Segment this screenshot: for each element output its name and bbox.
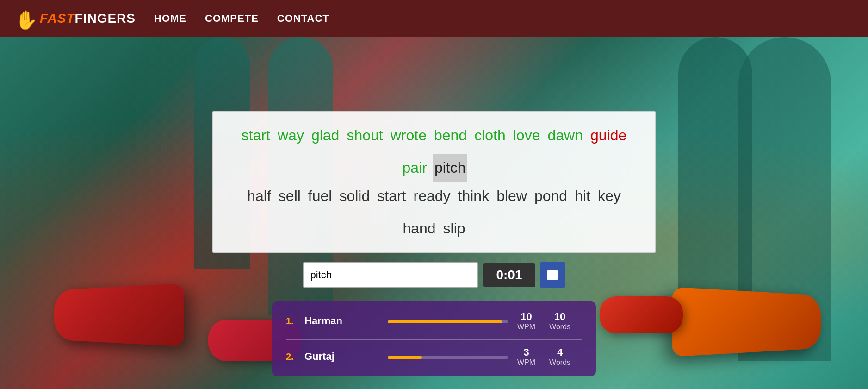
word-half: half [245, 182, 273, 211]
leaderboard: 1. Harman 10 WPM 10 Words 2. Gurtaj [272, 301, 596, 376]
stat-wpm-1: 3 WPM [517, 346, 535, 367]
player-bar-container-1 [388, 354, 508, 359]
word-hit: hit [573, 182, 592, 211]
stat-wpm-label-1: WPM [517, 358, 535, 367]
stat-words-1: 4 Words [549, 346, 570, 367]
word-ready: ready [412, 182, 453, 211]
word-solid: solid [337, 182, 372, 211]
stop-button[interactable] [540, 262, 565, 288]
word-fuel: fuel [306, 182, 334, 211]
player-rank-1: 2. [286, 351, 304, 362]
navbar: ✋ FASTFINGERS HOME COMPETE CONTACT [0, 0, 868, 37]
nav-links: HOME COMPETE CONTACT [154, 13, 329, 25]
svg-text:✋: ✋ [15, 9, 37, 30]
logo-fast: FAST [40, 11, 75, 25]
word-row-1: startwaygladshoutwrotebendclothlovedawng… [231, 121, 637, 182]
player-bar-container-0 [388, 319, 508, 323]
word-way: way [276, 121, 306, 150]
stop-icon [547, 270, 558, 280]
stat-wpm-value-1: 3 [517, 346, 535, 358]
player-bar-bg-0 [388, 320, 508, 323]
nav-home[interactable]: HOME [154, 13, 186, 25]
word-display: startwaygladshoutwrotebendclothlovedawng… [212, 111, 656, 253]
player-row-1: 2. Gurtaj 3 WPM 4 Words [286, 346, 582, 367]
stat-words-label-1: Words [549, 358, 570, 367]
nav-compete[interactable]: COMPETE [205, 13, 259, 25]
word-pond: pond [533, 182, 569, 211]
player-name-0: Harman [304, 315, 378, 327]
player-bar-bg-1 [388, 356, 508, 359]
word-hand: hand [401, 214, 437, 243]
word-cloth: cloth [472, 121, 508, 150]
word-slip: slip [441, 214, 467, 243]
logo-fingers: FINGERS [75, 11, 136, 25]
word-start: start [240, 121, 272, 150]
word-pair: pair [401, 154, 429, 182]
player-row-0: 1. Harman 10 WPM 10 Words [286, 311, 582, 331]
word-bend: bend [432, 121, 469, 150]
stat-words-0: 10 Words [549, 311, 570, 331]
stat-words-value-0: 10 [549, 311, 570, 323]
main-content: startwaygladshoutwrotebendclothlovedawng… [0, 37, 868, 389]
word-blew: blew [495, 182, 529, 211]
word-pitch: pitch [433, 154, 468, 182]
logo: ✋ FASTFINGERS [14, 7, 136, 30]
input-row: 0:01 [303, 262, 565, 288]
stat-wpm-value-0: 10 [517, 311, 535, 323]
logo-text: FASTFINGERS [40, 11, 136, 26]
word-sell: sell [277, 182, 303, 211]
stat-words-label-0: Words [549, 323, 570, 331]
stat-wpm-label-0: WPM [517, 323, 535, 331]
player-name-1: Gurtaj [304, 351, 378, 363]
player-stats-0: 10 WPM 10 Words [517, 311, 582, 331]
nav-contact[interactable]: CONTACT [277, 13, 329, 25]
player-rank-0: 1. [286, 316, 304, 326]
divider-1 [286, 339, 582, 340]
word-glad: glad [310, 121, 341, 150]
player-stats-1: 3 WPM 4 Words [517, 346, 582, 367]
word-dawn: dawn [546, 121, 585, 150]
player-bar-fill-0 [388, 320, 502, 323]
word-key: key [596, 182, 623, 211]
stat-wpm-0: 10 WPM [517, 311, 535, 331]
word-start: start [375, 182, 408, 211]
typing-input[interactable] [303, 262, 478, 288]
word-guide: guide [589, 121, 628, 150]
word-row-2: halfsellfuelsolidstartreadythinkblewpond… [231, 182, 637, 243]
word-think: think [456, 182, 491, 211]
word-wrote: wrote [389, 121, 428, 150]
player-bar-fill-1 [388, 356, 422, 359]
timer-display: 0:01 [483, 263, 535, 287]
word-shout: shout [345, 121, 384, 150]
logo-icon: ✋ [14, 7, 37, 30]
stat-words-value-1: 4 [549, 346, 570, 358]
word-love: love [511, 121, 542, 150]
